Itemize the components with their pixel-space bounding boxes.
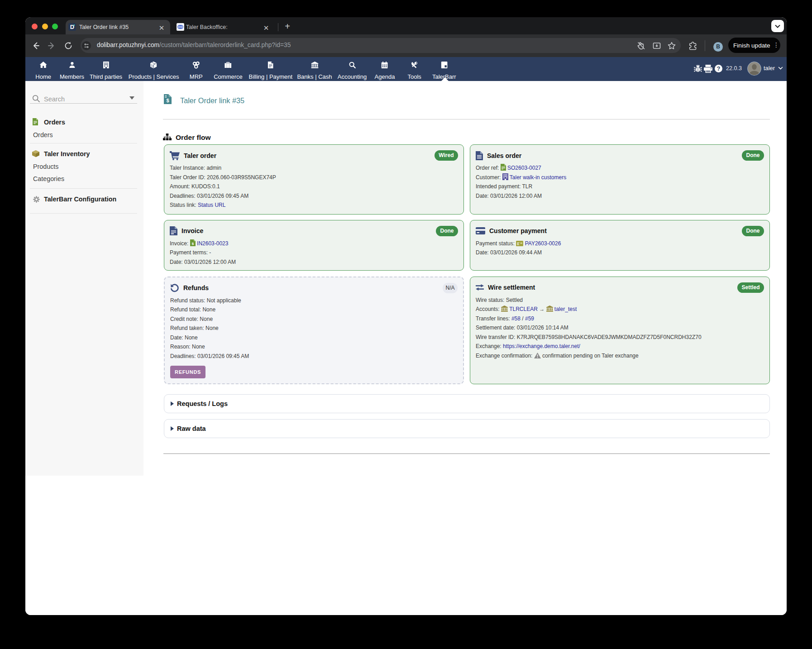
svg-text:$: $ bbox=[191, 241, 194, 245]
svg-text:$: $ bbox=[166, 98, 169, 103]
